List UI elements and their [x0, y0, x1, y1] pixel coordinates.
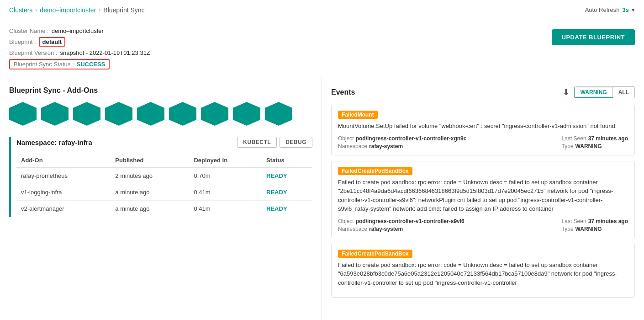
hexagons-row [9, 102, 312, 126]
addon-name: rafay-prometheus [16, 168, 111, 184]
main-content: Blueprint Sync - Add-Ons Namespace: rafa… [0, 77, 644, 320]
event-card: FailedCreatePodSandBox Failed to create … [331, 244, 635, 298]
event-tag: FailedCreatePodSandBox [338, 167, 412, 175]
left-panel: Blueprint Sync - Add-Ons Namespace: rafa… [0, 77, 322, 320]
kubectl-button[interactable]: KUBECTL [237, 137, 277, 148]
event-card: FailedCreatePodSandBox Failed to create … [331, 161, 635, 238]
events-title: Events [331, 88, 355, 96]
sync-status-label: Blueprint Sync Status : [14, 61, 74, 68]
addon-published: a minute ago [111, 201, 189, 217]
col-addon: Add-On [16, 153, 111, 168]
hex-9 [265, 102, 292, 126]
blueprint-row: Blueprint : default [9, 37, 150, 47]
hex-1 [9, 102, 37, 126]
breadcrumb-clusters[interactable]: Clusters [9, 6, 32, 14]
cluster-name-row: Cluster Name : demo–importcluster [9, 27, 150, 34]
col-deployed-in: Deployed In [189, 153, 262, 168]
namespace-key: Namespace [338, 143, 367, 149]
hex-4 [105, 102, 132, 126]
hex-8 [233, 102, 260, 126]
update-blueprint-button[interactable]: UPDATE BLUEPRINT [552, 29, 635, 45]
last-seen-key: Last Seen [562, 218, 586, 224]
type-key: Type [562, 226, 574, 232]
breadcrumb-sep-1: › [35, 7, 37, 13]
event-tag: FailedCreatePodSandBox [338, 250, 412, 258]
download-icon[interactable]: ⬇ [563, 87, 570, 97]
hex-5 [137, 102, 164, 126]
namespace-header: Namespace: rafay-infra KUBECTL DEBUG [16, 137, 312, 148]
auto-refresh-control[interactable]: Auto Refresh 3s ▾ [585, 6, 635, 13]
hex-6 [169, 102, 196, 126]
right-panel: Events ⬇ WARNING ALL FailedMount MountVo… [322, 77, 644, 320]
event-namespace-row: Namespace rafay-system [338, 226, 465, 232]
addon-deployed-in: 0.41m [189, 201, 262, 217]
type-key: Type [562, 143, 574, 149]
object-val: pod/ingress-controller-v1-controller-xgn… [356, 135, 467, 142]
sync-status-row: Blueprint Sync Status : SUCCESS [9, 59, 150, 69]
addons-table: Add-On Published Deployed In Status rafa… [16, 153, 312, 217]
last-seen-val: 37 minutes ago [588, 218, 628, 224]
namespace-key: Namespace [338, 226, 367, 232]
event-description: Failed to create pod sandbox: rpc error:… [338, 261, 628, 288]
event-type-row: Type WARNING [562, 226, 628, 232]
event-card: FailedMount MountVolume.SetUp failed for… [331, 105, 635, 155]
namespace-val: rafay-system [369, 143, 403, 149]
breadcrumb: Clusters › demo–importcluster › Blueprin… [9, 6, 145, 14]
addons-title: Blueprint Sync - Add-Ons [9, 86, 312, 95]
chevron-down-icon: ▾ [632, 6, 635, 13]
last-seen-key: Last Seen [562, 135, 586, 142]
event-type-row: Type WARNING [562, 143, 628, 149]
addon-name: v1-logging-infra [16, 184, 111, 201]
addons-table-header-row: Add-On Published Deployed In Status [16, 153, 312, 168]
addons-table-head: Add-On Published Deployed In Status [16, 153, 312, 168]
breadcrumb-sep-2: › [99, 7, 100, 13]
event-meta: Object pod/ingress-controller-v1-control… [338, 218, 628, 232]
event-description: MountVolume.SetUp failed for volume "web… [338, 122, 628, 131]
col-status: Status [262, 153, 312, 168]
table-row: v1-logging-infra a minute ago 0.41m READ… [16, 184, 312, 201]
object-val: pod/ingress-controller-v1-controller-s9v… [356, 218, 465, 224]
blueprint-label: Blueprint : [9, 38, 36, 45]
events-list: FailedMount MountVolume.SetUp failed for… [331, 105, 635, 298]
namespace-btn-group: KUBECTL DEBUG [237, 137, 312, 148]
info-fields: Cluster Name : demo–importcluster Bluepr… [9, 27, 150, 69]
hex-7 [201, 102, 228, 126]
hex-3 [73, 102, 100, 126]
blueprint-value: default [39, 37, 66, 47]
addon-published: 2 minutes ago [111, 168, 189, 184]
breadcrumb-cluster-name[interactable]: demo–importcluster [40, 6, 96, 14]
event-meta: Object pod/ingress-controller-v1-control… [338, 135, 628, 149]
event-last-seen-row: Last Seen 37 minutes ago [562, 135, 628, 142]
events-controls: ⬇ WARNING ALL [563, 86, 635, 98]
type-val: WARNING [575, 143, 602, 149]
addon-published: a minute ago [111, 184, 189, 201]
col-published: Published [111, 153, 189, 168]
filter-btn-group: WARNING ALL [574, 86, 635, 98]
addon-status: READY [262, 168, 312, 184]
event-last-seen-row: Last Seen 37 minutes ago [562, 218, 628, 224]
events-header: Events ⬇ WARNING ALL [331, 86, 635, 98]
breadcrumb-current: Blueprint Sync [103, 6, 144, 14]
blueprint-version-label: Blueprint Version : [9, 49, 58, 56]
cluster-name-label: Cluster Name : [9, 27, 49, 34]
event-namespace-row: Namespace rafay-system [338, 143, 466, 149]
namespace-val: rafay-system [369, 226, 403, 232]
filter-all-button[interactable]: ALL [613, 87, 634, 98]
event-meta-right: Last Seen 37 minutes ago Type WARNING [562, 218, 628, 232]
sync-status-value: SUCCESS [77, 61, 106, 68]
filter-warning-button[interactable]: WARNING [575, 87, 613, 98]
namespace-title: Namespace: rafay-infra [16, 139, 92, 146]
addon-deployed-in: 0.70m [189, 168, 262, 184]
type-val: WARNING [575, 226, 602, 232]
event-meta-left: Object pod/ingress-controller-v1-control… [338, 135, 466, 149]
cluster-name-value: demo–importcluster [52, 27, 104, 34]
auto-refresh-label: Auto Refresh [585, 6, 620, 13]
table-row: v2-alertmanager a minute ago 0.41m READY [16, 201, 312, 217]
info-panel: Cluster Name : demo–importcluster Bluepr… [0, 20, 644, 77]
blueprint-version-row: Blueprint Version : snapshot - 2022-01-1… [9, 49, 150, 56]
namespace-section: Namespace: rafay-infra KUBECTL DEBUG Add… [9, 137, 312, 217]
event-description: Failed to create pod sandbox: rpc error:… [338, 178, 628, 213]
debug-button[interactable]: DEBUG [280, 137, 312, 148]
last-seen-val: 37 minutes ago [588, 135, 628, 142]
object-key: Object [338, 135, 354, 142]
